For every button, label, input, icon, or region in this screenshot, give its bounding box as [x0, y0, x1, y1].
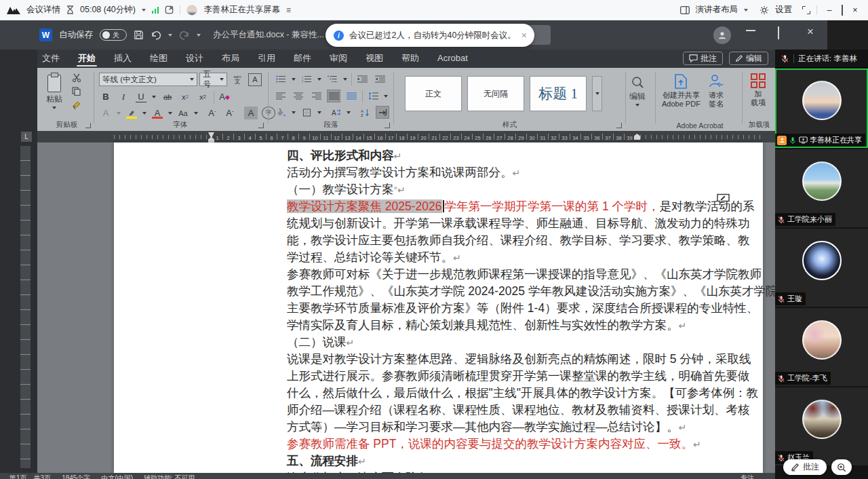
save-icon[interactable]: [134, 30, 144, 40]
paste-button[interactable]: 粘贴: [46, 75, 62, 109]
shading-button[interactable]: [274, 106, 288, 119]
character-shading-button[interactable]: A: [244, 107, 258, 119]
tab-引用[interactable]: 引用: [258, 50, 275, 68]
word-maximize-button[interactable]: [778, 27, 779, 39]
minimize-button[interactable]: –: [823, 5, 835, 15]
multilevel-list-button[interactable]: [326, 73, 339, 85]
subscript-button[interactable]: x2: [178, 90, 192, 103]
fullscreen-icon[interactable]: [802, 6, 810, 14]
grow-font-button[interactable]: Aˆ: [205, 107, 219, 119]
line-spacing-button[interactable]: [366, 90, 380, 102]
meeting-timer[interactable]: 05:08 (40分钟): [80, 4, 136, 16]
change-case-button[interactable]: Aa: [176, 107, 190, 119]
participant-tile[interactable]: 王璇: [775, 229, 868, 307]
underline-chevron-icon[interactable]: [152, 96, 156, 98]
maximize-button[interactable]: [842, 5, 843, 15]
toast-close-icon[interactable]: ×: [521, 30, 527, 41]
tab-插入[interactable]: 插入: [114, 50, 132, 68]
addins-button[interactable]: 加载项: [751, 73, 766, 107]
meeting-details-link[interactable]: 会议详情: [26, 4, 60, 16]
phonetic-guide-button[interactable]: wén文: [231, 73, 244, 86]
align-left-button[interactable]: [274, 90, 288, 102]
close-button[interactable]: ×: [849, 5, 861, 15]
bold-button[interactable]: B: [99, 90, 113, 103]
vertical-ruler[interactable]: [20, 146, 31, 468]
clear-formatting-button[interactable]: A◆: [218, 90, 231, 103]
style-no-spacing[interactable]: 无间隔: [467, 76, 524, 111]
tab-stop-selector[interactable]: L: [21, 132, 32, 142]
status-focus[interactable]: 专注: [741, 474, 754, 479]
status-language[interactable]: 中文(中国): [101, 474, 133, 479]
undo-chevron-icon[interactable]: [168, 34, 172, 37]
sharing-menu-icon[interactable]: ≡: [286, 5, 291, 15]
styles-gallery-more-button[interactable]: [592, 76, 602, 111]
asian-layout-button[interactable]: A: [329, 106, 342, 119]
increase-indent-button[interactable]: [373, 73, 387, 85]
word-minimize-button[interactable]: [746, 30, 755, 31]
styles-dialog-launcher[interactable]: [616, 123, 622, 128]
highlight-color-button[interactable]: [125, 107, 138, 119]
font-name-select[interactable]: 等线 (中文正文): [99, 73, 197, 86]
participant-tile[interactable]: 工学院来小丽: [775, 149, 868, 227]
tab-审阅[interactable]: 审阅: [330, 50, 347, 68]
clipboard-dialog-launcher[interactable]: [85, 123, 91, 128]
strikethrough-button[interactable]: ab: [161, 90, 174, 103]
copy-button[interactable]: [72, 87, 81, 96]
status-wordcount[interactable]: 1845个字: [62, 474, 90, 479]
style-heading1[interactable]: 标题 1: [530, 76, 587, 111]
font-dialog-launcher[interactable]: [258, 123, 264, 128]
format-painter-button[interactable]: [72, 100, 81, 109]
participant-tile[interactable]: 赵玉兰: [775, 387, 868, 465]
tab-文件[interactable]: 文件: [42, 50, 60, 68]
character-border-button[interactable]: A: [248, 73, 262, 86]
text-effects-button[interactable]: A: [99, 107, 113, 119]
participant-tile[interactable]: 工学院-李飞: [775, 308, 868, 386]
tab-帮助[interactable]: 帮助: [401, 50, 419, 68]
font-color-button[interactable]: A: [151, 107, 164, 119]
decrease-indent-button[interactable]: [355, 73, 369, 85]
timer-chevron-down-icon[interactable]: [142, 9, 146, 12]
underline-button[interactable]: U: [134, 90, 148, 103]
paragraph-dialog-launcher[interactable]: [384, 123, 390, 128]
account-avatar[interactable]: [713, 26, 731, 44]
undo-icon[interactable]: [151, 31, 161, 40]
font-size-select[interactable]: 五号: [199, 73, 227, 86]
speaker-layout-button[interactable]: 演讲者布局: [696, 4, 738, 16]
quick-access-chevron-icon[interactable]: [197, 34, 201, 37]
tab-视图[interactable]: 视图: [366, 50, 383, 68]
request-signature-button[interactable]: 请求签名: [708, 73, 724, 109]
italic-button[interactable]: I: [117, 90, 130, 103]
sort-button[interactable]: AZ: [358, 106, 372, 119]
tab-布局[interactable]: 布局: [222, 50, 239, 68]
tab-绘图[interactable]: 绘图: [150, 50, 167, 68]
settings-button[interactable]: 设置: [775, 4, 792, 16]
annotate-button[interactable]: 批注: [783, 459, 827, 475]
align-right-button[interactable]: [309, 90, 323, 102]
layout-chevron-down-icon[interactable]: [744, 9, 748, 12]
distribute-button[interactable]: [344, 90, 358, 102]
superscript-button[interactable]: x2: [196, 90, 210, 103]
tab-开始[interactable]: 开始: [78, 50, 96, 68]
tab-邮件[interactable]: 邮件: [294, 50, 311, 68]
participant-tile[interactable]: 李善林正在共享: [775, 69, 868, 148]
align-center-button[interactable]: [292, 90, 305, 102]
open-external-icon[interactable]: [165, 5, 174, 14]
numbering-button[interactable]: 123: [300, 73, 313, 85]
comment-indicator-icon[interactable]: [716, 193, 730, 205]
style-normal[interactable]: 正文: [405, 76, 462, 111]
cut-button[interactable]: [72, 73, 81, 82]
zoom-in-button[interactable]: [831, 459, 852, 475]
justify-button[interactable]: [327, 90, 340, 102]
tab-设计[interactable]: 设计: [186, 50, 203, 68]
shrink-font-button[interactable]: Aˇ: [223, 107, 237, 119]
word-close-button[interactable]: ×: [807, 25, 814, 39]
status-accessibility[interactable]: 辅助功能: 不可用: [144, 474, 195, 479]
comments-button[interactable]: 批注: [683, 52, 723, 65]
horizontal-ruler[interactable]: 1234567891011121314151617181920212223242…: [37, 131, 775, 142]
document-page[interactable]: 四、评比形式和内容↵活动分为撰写教学设计方案和说课两部分。↵（一）教学设计方案°…: [114, 142, 763, 473]
status-page[interactable]: 第1页，共3页: [9, 474, 51, 479]
editing-button[interactable]: 编辑: [629, 76, 646, 107]
editing-mode-button[interactable]: 编辑: [729, 52, 768, 65]
bullets-button[interactable]: [274, 73, 288, 85]
show-hide-marks-button[interactable]: [376, 106, 389, 119]
